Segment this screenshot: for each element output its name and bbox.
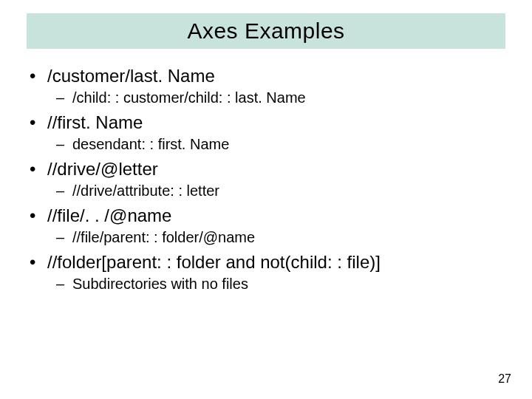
bullet-item: //drive/@letter xyxy=(27,158,505,180)
title-bar: Axes Examples xyxy=(27,13,505,49)
bullet-subitem: desendant: : first. Name xyxy=(27,135,505,154)
bullet-subitem: //drive/attribute: : letter xyxy=(27,182,505,200)
bullet-item: //file/. . /@name xyxy=(27,205,505,227)
slide: Axes Examples /customer/last. Name /chil… xyxy=(0,0,532,399)
slide-content: /customer/last. Name /child: : customer/… xyxy=(27,61,505,298)
page-number: 27 xyxy=(498,372,511,386)
bullet-item: //first. Name xyxy=(27,112,505,134)
bullet-subitem: Subdirectories with no files xyxy=(27,275,505,293)
bullet-subitem: /child: : customer/child: : last. Name xyxy=(27,89,505,107)
slide-title: Axes Examples xyxy=(187,18,344,44)
bullet-item: /customer/last. Name xyxy=(27,65,505,87)
bullet-subitem: //file/parent: : folder/@name xyxy=(27,228,505,247)
bullet-item: //folder[parent: : folder and not(child:… xyxy=(27,251,505,273)
